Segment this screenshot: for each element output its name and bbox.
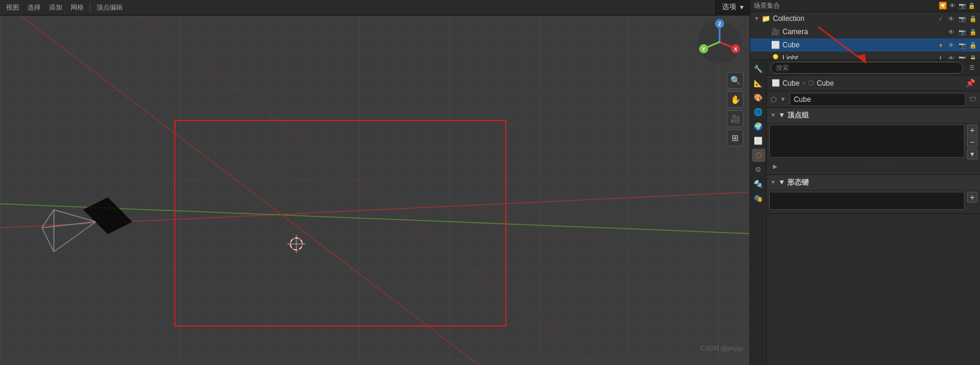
add-menu-btn[interactable]: 添加 [45,2,66,13]
collection-check-icon[interactable]: ✓ [936,14,945,23]
prop-icon-output[interactable]: 📐 [752,77,765,90]
selection-dropdown[interactable]: ▾ [740,3,744,11]
cube-right-icons: ▾ 👁 📷 🔒 [936,40,978,50]
outliner-item-light[interactable]: 💡 Light ℹ 👁 📷 🔒 [750,52,980,60]
camera-icon: 🎥 [770,27,780,37]
axes-gizmo[interactable]: Z X Y [697,19,742,65]
collection-arrow: ▼ [753,14,761,23]
grid-nav-btn[interactable]: ⊞ [727,129,744,146]
collection-camera-icon[interactable]: 📷 [957,14,967,23]
outliner-lock-icon[interactable]: 🔒 [967,1,976,11]
prop-icon-particles[interactable]: ⚙ [752,163,765,176]
object-name-row: ⬡ ▼ 🛡 [767,91,980,108]
properties-breadcrumb: ⬜ Cube > ⬡ Cube 📌 [767,76,980,91]
vg-remove-btn[interactable]: − [967,137,978,147]
prop-icon-view-layer[interactable]: 🎨 [752,91,765,104]
cube-restrict-icon[interactable]: 🔒 [968,40,978,50]
cube-camera-icon[interactable]: 📷 [957,40,967,50]
camera-right-icons: 👁 📷 🔒 [946,27,978,37]
outliner-eye-icon[interactable]: 👁 [948,1,957,11]
cube-eye-icon[interactable]: 👁 [946,40,956,50]
viewport-grid [0,0,750,365]
select-menu-btn[interactable]: 选择 [24,2,44,13]
collection-right-icons: ✓ 👁 📷 🔒 [936,14,978,23]
camera-camera-icon[interactable]: 📷 [957,27,967,37]
object-name-chevron[interactable]: ▼ [780,96,786,102]
properties-sidebar: 🔧 📐 🎨 🌐 🌍 ⬜ ⬡ ⚙ 🔩 🎭 [750,60,767,365]
vg-add-btn[interactable]: + [967,125,978,135]
object-lock-icon[interactable]: 🛡 [969,95,976,104]
light-camera-icon[interactable]: 📷 [957,53,967,60]
right-panel: 场景集合 🔽 👁 📷 🔒 ▼ 📁 Collection ✓ 👁 📷 🔒 [750,0,980,365]
object-name-icon: ⬡ [770,95,776,104]
separator-1 [90,3,90,13]
prop-icon-world[interactable]: 🌍 [752,120,765,133]
prop-icon-object[interactable]: ⬜ [752,134,765,147]
collection-eye-icon[interactable]: 👁 [946,14,956,23]
outliner-title: 场景集合 [754,1,780,10]
outliner-filter-icon[interactable]: 🔽 [938,1,948,11]
vg-down-btn[interactable]: ▾ [967,149,978,159]
shape-key-header[interactable]: ▼ ▼ 形态键 [767,175,980,189]
shape-key-content: + [767,189,980,213]
view-menu-btn[interactable]: 视图 [2,2,23,13]
viewport-header: 视图 选择 添加 网格 顶点编辑 [0,0,750,16]
outliner-header: 场景集合 🔽 👁 📷 🔒 [750,0,980,12]
cube-arrow [762,41,770,49]
camera-restrict-icon[interactable]: 🔒 [968,27,978,37]
playhead-dots: · · · · · [780,163,974,170]
collection-icon: 📁 [761,14,770,23]
selection-label: 选项 [722,2,736,12]
prop-icon-modifier[interactable]: ⬡ [752,149,765,162]
vertex-group-section: ▼ ▼ 顶点组 + − ▾ ▶ [767,108,980,175]
viewport[interactable]: 视图 选择 添加 网格 顶点编辑 [0,0,750,365]
properties-panel: 🔧 📐 🎨 🌐 🌍 ⬜ ⬡ ⚙ 🔩 🎭 ☰ [750,60,980,365]
shape-key-section: ▼ ▼ 形态键 + [767,175,980,214]
svg-rect-2 [0,0,750,365]
light-eye-icon[interactable]: 👁 [946,53,956,60]
outliner-item-cube[interactable]: ⬜ Cube ▾ 👁 📷 🔒 [750,38,980,52]
mode-btn[interactable]: 顶点编辑 [93,2,126,13]
light-restrict-icon[interactable]: 🔒 [968,53,978,60]
svg-text:Y: Y [702,46,706,52]
cube-label: Cube [782,41,936,49]
outliner-item-collection[interactable]: ▼ 📁 Collection ✓ 👁 📷 🔒 [750,12,980,25]
camera-arrow [762,28,770,36]
properties-search[interactable] [770,62,963,74]
cube-icon: ⬜ [770,40,780,50]
sk-add-btn[interactable]: + [967,192,978,203]
prop-icon-physics[interactable]: 🔩 [752,177,765,191]
breadcrumb-pin-icon[interactable]: 📌 [966,79,975,88]
breadcrumb-mesh-icon: ⬜ [772,79,780,87]
light-icon: 💡 [770,53,780,60]
vg-title: ▼ 顶点组 [778,110,809,120]
camera-eye-icon[interactable]: 👁 [946,27,956,37]
mesh-menu-btn[interactable]: 网格 [67,2,87,13]
prop-icon-render[interactable]: 🔧 [752,62,765,76]
breadcrumb-object1: Cube [782,79,800,88]
camera-nav-btn[interactable]: 🎥 [727,110,744,127]
outliner: 场景集合 🔽 👁 📷 🔒 ▼ 📁 Collection ✓ 👁 📷 🔒 [750,0,980,60]
selection-info: 选项 ▾ [715,0,750,14]
main-container: 视图 选择 添加 网格 顶点编辑 [0,0,980,365]
svg-text:X: X [734,46,738,52]
collection-restrict-icon[interactable]: 🔒 [968,14,978,23]
cube-dropdown-icon[interactable]: ▾ [936,40,945,50]
vertex-group-header[interactable]: ▼ ▼ 顶点组 [767,108,980,122]
sk-arrow: ▼ [770,179,776,185]
outliner-camera-icon[interactable]: 📷 [957,1,967,11]
prop-header-options-icon[interactable]: ☰ [967,63,976,73]
outliner-item-camera[interactable]: 🎥 Camera 👁 📷 🔒 [750,25,980,38]
object-name-input[interactable] [790,93,966,106]
viewport-nav-buttons: 🔍 ✋ 🎥 ⊞ [727,72,744,146]
pan-nav-btn[interactable]: ✋ [727,91,744,108]
vertex-group-content: + − ▾ ▶ · · · · · [767,122,980,174]
properties-header: ☰ [767,60,980,76]
vertex-group-list[interactable] [769,125,964,158]
light-right-icons: ℹ 👁 📷 🔒 [936,53,978,60]
light-info-icon[interactable]: ℹ [936,53,945,60]
light-label: Light [782,54,936,60]
prop-icon-scene[interactable]: 🌐 [752,105,765,119]
prop-icon-constraints[interactable]: 🎭 [752,192,765,205]
zoom-nav-btn[interactable]: 🔍 [727,72,744,89]
